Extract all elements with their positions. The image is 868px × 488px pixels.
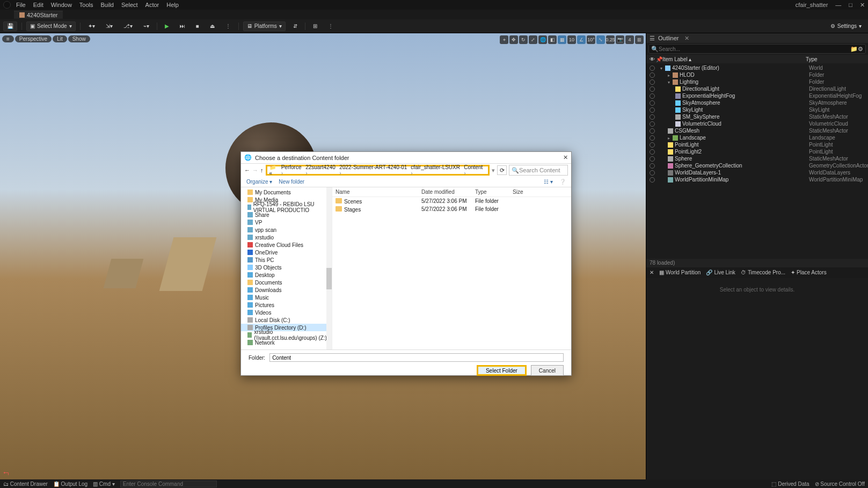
- tree-caret-icon[interactable]: [660, 65, 663, 71]
- col-size[interactable]: Size: [509, 189, 536, 195]
- dialog-close-button[interactable]: ✕: [563, 154, 568, 161]
- new-folder-button[interactable]: New folder: [279, 179, 304, 185]
- toolbar-extra-3[interactable]: ⋮: [325, 21, 337, 31]
- toolbar-extra-2[interactable]: ⊞: [310, 21, 320, 31]
- nav-item[interactable]: Desktop: [241, 271, 332, 279]
- nav-item[interactable]: Downloads: [241, 286, 332, 294]
- nav-item[interactable]: RFQ-1549 - REBIDo LSU VIRTUAL PRODUCTIO: [241, 203, 332, 211]
- folder-field-input[interactable]: [269, 353, 564, 362]
- outliner-search-input[interactable]: [659, 46, 850, 52]
- outliner-filter-settings-icon[interactable]: ⚙: [858, 46, 863, 53]
- nav-item[interactable]: Creative Cloud Files: [241, 241, 332, 249]
- refresh-button[interactable]: ⟳: [497, 165, 507, 175]
- menu-help[interactable]: Help: [166, 2, 179, 8]
- add-content-button[interactable]: ✦▾: [85, 21, 98, 31]
- outliner-search[interactable]: 🔍 📁 ⚙: [648, 44, 866, 54]
- file-row[interactable]: Stages5/27/2022 3:06 PMFile folder: [332, 205, 571, 213]
- details-close-button[interactable]: ✕: [650, 270, 654, 275]
- play-button[interactable]: ▶: [162, 21, 172, 31]
- output-log-button[interactable]: 📋 Output Log: [53, 481, 87, 487]
- nav-item[interactable]: Music: [241, 294, 332, 301]
- breadcrumb-segment[interactable]: Content: [464, 164, 486, 176]
- visibility-column-icon[interactable]: 👁: [650, 56, 656, 62]
- tree-caret-icon[interactable]: [668, 135, 671, 141]
- outliner-row[interactable]: 4240Starter (Editor)World: [646, 64, 868, 71]
- menu-build[interactable]: Build: [101, 2, 114, 8]
- visibility-toggle-icon[interactable]: [650, 79, 655, 85]
- outliner-row[interactable]: VolumetricCloudVolumetricCloud: [646, 120, 868, 127]
- outliner-row[interactable]: Sphere_GeometryCollectionGeometryCollect…: [646, 162, 868, 169]
- visibility-toggle-icon[interactable]: [650, 135, 655, 141]
- angle-snap-icon[interactable]: ∠: [577, 35, 586, 44]
- tree-caret-icon[interactable]: [668, 72, 671, 78]
- outliner-row[interactable]: HLODFolder: [646, 71, 868, 78]
- grid-snap-value[interactable]: 10: [567, 35, 576, 44]
- visibility-toggle-icon[interactable]: [650, 107, 655, 113]
- outliner-filter-folder-icon[interactable]: 📁: [850, 46, 858, 53]
- outliner-row[interactable]: SphereStaticMeshActor: [646, 155, 868, 162]
- toolbar-extra-1[interactable]: ⇵: [290, 21, 301, 31]
- camera-speed-value[interactable]: 4: [625, 35, 634, 44]
- angle-snap-value[interactable]: 10°: [587, 35, 595, 44]
- nav-item[interactable]: vpp scan: [241, 226, 332, 234]
- tab-world-partition[interactable]: ▦ World Partition: [659, 270, 701, 275]
- visibility-toggle-icon[interactable]: [650, 128, 655, 134]
- nav-back-button[interactable]: ←: [244, 167, 250, 173]
- outliner-tree[interactable]: 4240Starter (Editor)WorldHLODFolderLight…: [646, 63, 868, 259]
- menu-edit[interactable]: Edit: [33, 2, 43, 8]
- outliner-row[interactable]: DirectionalLightDirectionalLight: [646, 85, 868, 92]
- visibility-toggle-icon[interactable]: [650, 177, 655, 183]
- viewport-maximize-icon[interactable]: ⊞: [635, 35, 644, 44]
- nav-forward-button[interactable]: →: [252, 167, 258, 173]
- window-maximize-button[interactable]: □: [849, 2, 852, 8]
- outliner-row[interactable]: PointLightPointLight: [646, 141, 868, 148]
- outliner-row[interactable]: ExponentialHeightFogExponentialHeightFog: [646, 92, 868, 99]
- visibility-toggle-icon[interactable]: [650, 142, 655, 148]
- col-date[interactable]: Date modified: [418, 189, 472, 195]
- breadcrumb-segment[interactable]: Perforce: [281, 164, 305, 176]
- visibility-toggle-icon[interactable]: [650, 163, 655, 169]
- tree-caret-icon[interactable]: [668, 79, 671, 85]
- source-control-button[interactable]: ⊘ Source Control Off: [815, 481, 865, 487]
- cmd-dropdown[interactable]: ▥ Cmd ▾: [93, 481, 115, 487]
- outliner-row[interactable]: SkyLightSkyLight: [646, 106, 868, 113]
- settings-button[interactable]: ⚙ Settings ▾: [827, 21, 865, 31]
- nav-item[interactable]: xrstudio: [241, 234, 332, 241]
- platforms-dropdown[interactable]: 🖥 Platforms ▾: [243, 21, 286, 31]
- marketplace-button[interactable]: ⇲▾: [103, 21, 116, 31]
- transform-rotate-icon[interactable]: ↻: [519, 35, 528, 44]
- surface-snap-icon[interactable]: ◧: [548, 35, 557, 44]
- transform-scale-icon[interactable]: ⤢: [529, 35, 537, 44]
- outliner-row[interactable]: LandscapeLandscape: [646, 134, 868, 141]
- outliner-row[interactable]: PointLight2PointLight: [646, 148, 868, 155]
- nav-item[interactable]: 3D Objects: [241, 264, 332, 271]
- organize-dropdown[interactable]: Organize ▾: [246, 179, 272, 185]
- coord-space-icon[interactable]: 🌐: [538, 35, 547, 44]
- window-close-button[interactable]: ✕: [860, 2, 865, 9]
- nav-item[interactable]: VP: [241, 218, 332, 226]
- visibility-toggle-icon[interactable]: [650, 121, 655, 127]
- menu-tools[interactable]: Tools: [79, 2, 93, 8]
- type-column[interactable]: Type: [806, 56, 865, 62]
- nav-scrollbar-thumb[interactable]: [326, 268, 332, 289]
- console-command-input[interactable]: [120, 480, 217, 487]
- breadcrumb-dropdown[interactable]: ▾: [492, 167, 495, 174]
- window-minimize-button[interactable]: —: [835, 2, 841, 8]
- transform-move-icon[interactable]: ✥: [509, 35, 518, 44]
- nav-item[interactable]: xrstudio (\\vault.cct.lsu.edu\groups) (Z…: [241, 331, 332, 339]
- nav-item[interactable]: My Documents: [241, 188, 332, 196]
- nav-item[interactable]: Pictures: [241, 301, 332, 309]
- content-drawer-button[interactable]: 🗂 Content Drawer: [3, 481, 48, 487]
- save-button[interactable]: 💾: [3, 21, 17, 31]
- visibility-toggle-icon[interactable]: [650, 65, 655, 71]
- breadcrumb[interactable]: 📁 « Perforce22suart42402022-Summer-ART-4…: [266, 165, 490, 176]
- level-tab[interactable]: 4240Starter: [14, 11, 63, 19]
- dialog-help-button[interactable]: ❔: [559, 179, 566, 185]
- visibility-toggle-icon[interactable]: [650, 93, 655, 99]
- outliner-row[interactable]: SkyAtmosphereSkyAtmosphere: [646, 99, 868, 106]
- item-label-column[interactable]: Item Label ▴: [662, 56, 806, 62]
- menu-file[interactable]: File: [16, 2, 26, 8]
- breadcrumb-root-icon[interactable]: 📁 «: [269, 164, 280, 176]
- outliner-row[interactable]: WorldDataLayers-1WorldDataLayers: [646, 169, 868, 176]
- transform-select-icon[interactable]: ⌖: [500, 35, 508, 44]
